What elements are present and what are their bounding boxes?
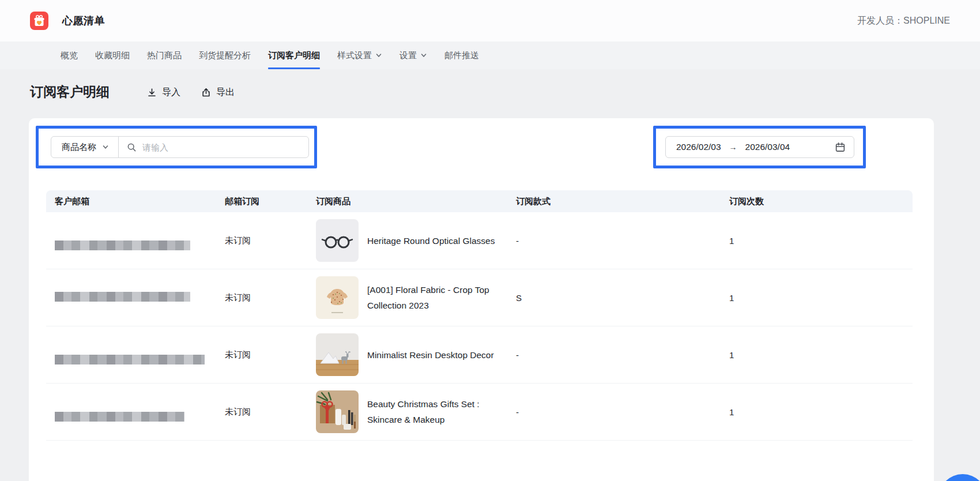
import-button-label: 导入 — [162, 87, 180, 99]
product-cell: Beauty Christmas Gifts Set : Skincare & … — [307, 390, 507, 433]
help-fab-button[interactable] — [938, 474, 980, 481]
column-header-email-subscription: 邮箱订阅 — [216, 196, 307, 207]
arrow-right-icon: → — [729, 142, 737, 152]
email-subscription-status: 未订阅 — [216, 407, 307, 418]
upload-icon — [201, 88, 211, 97]
tab-overview[interactable]: 概览 — [61, 42, 78, 69]
tab-settings-label: 设置 — [399, 50, 417, 61]
date-end-value[interactable]: 2026/03/04 — [745, 142, 790, 152]
developer-label: 开发人员：SHOPLINE — [857, 15, 950, 27]
search-field-select[interactable]: 商品名称 — [51, 137, 118, 157]
export-button-label: 导出 — [216, 87, 235, 99]
subscription-count: 1 — [721, 350, 913, 360]
search-box — [119, 142, 308, 152]
subscriber-table: 客户邮箱 邮箱订阅 订阅商品 订阅款式 订阅次数 未订阅 — [46, 190, 913, 441]
top-bar: 心愿清单 开发人员：SHOPLINE — [0, 0, 980, 42]
product-cell: Minimalist Resin Desktop Decor — [307, 333, 507, 376]
chevron-down-icon — [420, 52, 427, 59]
table-header-row: 客户邮箱 邮箱订阅 订阅商品 订阅款式 订阅次数 — [46, 190, 913, 212]
customer-email-redacted — [46, 345, 216, 364]
search-field-select-value: 商品名称 — [62, 142, 96, 153]
tab-settings[interactable]: 设置 — [399, 42, 427, 69]
tab-style-settings[interactable]: 样式设置 — [337, 42, 382, 69]
product-title: Beauty Christmas Gifts Set : Skincare & … — [367, 396, 497, 427]
search-filter-group: 商品名称 — [51, 136, 309, 158]
table-row: 未订阅 Heritage Round Optical Glasses - 1 — [46, 212, 913, 269]
search-input[interactable] — [142, 142, 300, 152]
date-start-value[interactable]: 2026/02/03 — [676, 142, 721, 152]
table-row: 未订阅 — [46, 326, 913, 384]
customer-email-redacted — [46, 231, 216, 250]
export-button[interactable]: 导出 — [201, 87, 235, 99]
email-subscription-status: 未订阅 — [216, 292, 307, 303]
resin-decor-product-photo — [316, 333, 359, 376]
subscription-count: 1 — [721, 293, 913, 303]
search-icon — [127, 142, 137, 152]
calendar-icon — [835, 142, 846, 153]
customer-email-redacted — [46, 402, 216, 422]
download-icon — [147, 88, 157, 97]
product-title: Heritage Round Optical Glasses — [367, 233, 495, 249]
page-title: 订阅客户明细 — [30, 83, 110, 101]
email-subscription-status: 未订阅 — [216, 350, 307, 360]
customer-email-redacted — [46, 292, 216, 303]
christmas-set-product-photo — [316, 390, 359, 433]
subscription-count: 1 — [721, 407, 913, 417]
nav-tab-bar: 概览 收藏明细 热门商品 到货提醒分析 订阅客户明细 样式设置 设置 邮件推送 — [0, 42, 980, 69]
tab-favorites-detail[interactable]: 收藏明细 — [95, 42, 130, 69]
column-header-subscribed-product: 订阅商品 — [307, 196, 507, 207]
tab-style-settings-label: 样式设置 — [337, 50, 372, 61]
column-header-subscription-count: 订阅次数 — [721, 196, 913, 207]
gift-icon — [30, 12, 48, 30]
glasses-product-photo — [316, 219, 359, 262]
subscribed-style: S — [507, 293, 721, 303]
app-title: 心愿清单 — [62, 14, 105, 28]
product-title: Minimalist Resin Desktop Decor — [367, 347, 494, 363]
table-row: 未订阅 — [46, 269, 913, 326]
tab-popular-products[interactable]: 热门商品 — [147, 42, 182, 69]
tab-restock-alert-analysis[interactable]: 到货提醒分析 — [199, 42, 251, 69]
subscribed-style: - — [507, 350, 721, 360]
column-header-subscribed-style: 订阅款式 — [507, 196, 721, 207]
subscribed-style: - — [507, 236, 721, 246]
email-subscription-status: 未订阅 — [216, 235, 307, 246]
subscriber-detail-card: 商品名称 2026/02/03 → 2026/03/04 客户邮箱 邮箱订阅 订… — [29, 118, 934, 481]
page-actions: 导入 导出 — [147, 87, 235, 99]
tab-email-push[interactable]: 邮件推送 — [444, 42, 479, 69]
chevron-down-icon — [375, 52, 382, 59]
column-header-customer-email: 客户邮箱 — [46, 196, 216, 207]
tab-subscriber-detail[interactable]: 订阅客户明细 — [268, 42, 320, 69]
table-row: 未订阅 — [46, 384, 913, 441]
crop-top-product-photo — [316, 276, 359, 319]
product-title: [A001] Floral Fabric - Crop Top Collecti… — [367, 282, 497, 313]
date-range-picker[interactable]: 2026/02/03 → 2026/03/04 — [665, 136, 854, 158]
product-cell: [A001] Floral Fabric - Crop Top Collecti… — [307, 276, 507, 319]
subscribed-style: - — [507, 407, 721, 417]
import-button[interactable]: 导入 — [147, 87, 180, 99]
product-cell: Heritage Round Optical Glasses — [307, 219, 507, 262]
chevron-down-icon — [102, 144, 109, 151]
subscription-count: 1 — [721, 236, 913, 246]
